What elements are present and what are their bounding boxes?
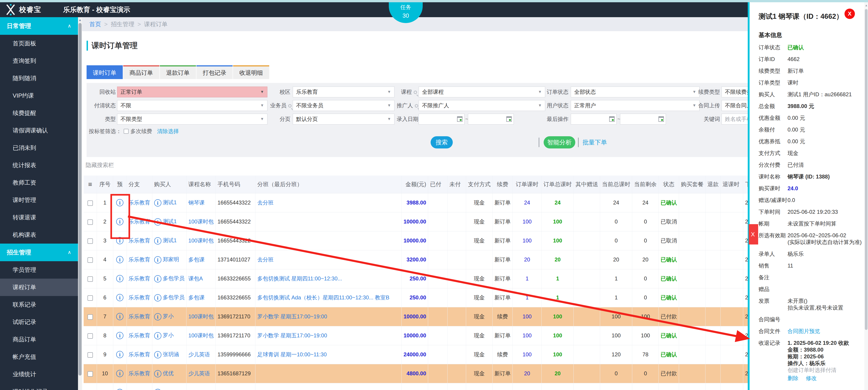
panel-side-close-tab[interactable]: X <box>749 224 758 245</box>
cell-link[interactable]: 罗小数学 星期五17:00~19:00 <box>257 314 327 320</box>
info-icon[interactable]: i <box>116 370 123 377</box>
buyer-link[interactable]: 张玥涵 <box>161 351 179 357</box>
buyer-link[interactable]: 多包学员 <box>161 275 185 281</box>
row-checkbox[interactable] <box>88 371 93 377</box>
sidebar-item[interactable]: 机构课表 <box>0 226 78 243</box>
cell-link[interactable]: 100课时包 <box>188 219 214 225</box>
user-info-icon[interactable]: i <box>154 237 161 245</box>
info-icon[interactable]: i <box>116 256 123 263</box>
info-icon[interactable]: i <box>116 237 123 244</box>
user-info-icon[interactable]: i <box>154 389 161 390</box>
cell-link[interactable]: 乐乐教育 <box>129 332 150 338</box>
row-checkbox[interactable] <box>88 277 93 282</box>
cell-link[interactable]: 少儿英语 <box>188 351 210 357</box>
sidebar-scrollbar[interactable]: ▲ <box>78 17 82 390</box>
smart-analysis-button[interactable]: 智能分析 <box>544 136 575 149</box>
sidebar-item[interactable]: 首页面板 <box>0 35 78 52</box>
clear-selection-link[interactable]: 清除选择 <box>157 128 179 135</box>
filter-select-校区[interactable]: 乐乐教育▼ <box>293 87 395 97</box>
info-icon[interactable]: i <box>116 351 123 358</box>
buyer-link[interactable]: 优优 <box>161 370 174 376</box>
info-icon[interactable]: i <box>116 199 123 206</box>
panel-scrollbar[interactable]: ▲ <box>864 2 868 390</box>
filter-select-课程[interactable]: 全部课程▼ <box>418 87 545 97</box>
sidebar-item[interactable]: 随到随消 <box>0 70 78 87</box>
row-checkbox[interactable] <box>88 352 93 358</box>
cell-link[interactable]: 去分班 <box>257 199 274 206</box>
sidebar-item[interactable]: 教师工资 <box>0 174 78 191</box>
buyer-link[interactable]: 罗小 <box>161 313 174 319</box>
date-input[interactable] <box>571 113 617 125</box>
cell-link[interactable]: 少儿英语 <box>188 370 210 377</box>
cell-link[interactable]: 多包切换测试 星期四11:00~12:30... <box>257 275 342 282</box>
sidebar-item[interactable]: 帐户充值 <box>0 348 78 366</box>
row-checkbox[interactable] <box>88 314 93 320</box>
date-input[interactable] <box>418 113 465 125</box>
info-icon[interactable]: i <box>116 294 123 301</box>
row-checkbox[interactable] <box>88 295 93 301</box>
sidebar-item[interactable]: 已消未到 <box>0 139 78 157</box>
sidebar-item[interactable]: 课时操作记录 <box>0 383 78 390</box>
sidebar-item[interactable]: 业绩统计 <box>0 366 78 383</box>
breadcrumb-home[interactable]: 首页 <box>89 20 101 28</box>
cell-link[interactable]: 乐乐教育 <box>129 294 150 300</box>
cell-link[interactable]: 乐乐教育 <box>129 219 150 225</box>
filter-select-推广人[interactable]: 不限推广人▼ <box>418 100 545 111</box>
user-info-icon[interactable]: i <box>154 256 161 263</box>
user-info-icon[interactable]: i <box>154 351 161 358</box>
tab-打包记录[interactable]: 打包记录 <box>196 65 232 79</box>
filter-select-用户状态[interactable]: 正常用户▼ <box>571 100 700 111</box>
sidebar-item[interactable]: 查询签到 <box>0 52 78 70</box>
row-checkbox[interactable] <box>88 219 93 225</box>
row-checkbox[interactable] <box>88 257 93 263</box>
tab-课时订单[interactable]: 课时订单 <box>87 65 123 79</box>
row-checkbox[interactable] <box>88 238 93 244</box>
sidebar-item[interactable]: 联系记录 <box>0 296 78 314</box>
info-icon[interactable]: i <box>116 313 123 320</box>
hide-search-bar-link[interactable]: 隐藏搜索栏 <box>86 161 114 169</box>
date-input[interactable] <box>620 113 666 125</box>
sidebar-item[interactable]: 转课退课 <box>0 209 78 226</box>
info-icon[interactable]: i <box>116 218 123 225</box>
sidebar-item[interactable]: 请假调课确认 <box>0 122 78 139</box>
cell-link[interactable]: 100课时包 <box>188 237 214 243</box>
filter-select-类型[interactable]: 不限类型▼ <box>117 113 268 125</box>
sidebar-scrollbar-thumb[interactable] <box>79 23 82 376</box>
search-button[interactable]: 搜索 <box>431 136 453 149</box>
filter-select-分页[interactable]: 默认分页▼ <box>293 113 395 125</box>
cell-link[interactable]: 乐乐教育 <box>129 256 150 263</box>
info-icon[interactable]: i <box>116 332 123 339</box>
filter-select-付清状态[interactable]: 不限▼ <box>117 100 268 111</box>
cell-link[interactable]: 罗小数学 星期五17:00~19:00 <box>257 332 327 338</box>
tab-退款订单[interactable]: 退款订单 <box>160 65 196 79</box>
cell-link[interactable]: 乐乐教育 <box>129 237 150 243</box>
buyer-link[interactable]: 郑家明 <box>161 256 179 262</box>
info-icon[interactable]: i <box>116 389 123 390</box>
buyer-link[interactable]: 多包学员 <box>161 294 185 300</box>
cell-link[interactable]: 钢琴课 <box>188 199 205 206</box>
row-checkbox[interactable] <box>88 333 93 339</box>
sidebar-item[interactable]: 试听记录 <box>0 314 78 331</box>
sidebar-group-header[interactable]: 招生管理∧ <box>0 243 78 261</box>
modify-link[interactable]: 修改 <box>806 375 817 381</box>
filter-select-订单状态[interactable]: 全部状态▼ <box>571 87 700 97</box>
tag-checkbox[interactable] <box>124 129 129 134</box>
panel-scrollbar-thumb[interactable] <box>865 9 868 330</box>
sidebar-item[interactable]: 课程订单 <box>0 279 78 296</box>
cell-link[interactable]: 100课时包 <box>188 314 214 320</box>
sidebar-item[interactable]: 学员管理 <box>0 261 78 279</box>
tab-商品订单[interactable]: 商品订单 <box>123 65 159 79</box>
cell-link[interactable]: 去分班 <box>257 256 274 263</box>
tab-收退明细[interactable]: 收退明细 <box>233 65 269 79</box>
cell-link[interactable]: 乐乐教育 <box>129 199 150 206</box>
buyer-link[interactable]: 测试1 <box>161 218 177 224</box>
sidebar-item[interactable]: 课时管理 <box>0 191 78 209</box>
cell-link[interactable]: 100课时包 <box>188 332 214 338</box>
batch-order-link[interactable]: 批量下单 <box>583 136 607 149</box>
cell-link[interactable]: 乐乐教育 <box>129 275 150 282</box>
user-info-icon[interactable]: i <box>154 218 161 226</box>
user-info-icon[interactable]: i <box>154 313 161 320</box>
cell-link[interactable]: 乐乐教育 <box>129 314 150 320</box>
user-info-icon[interactable]: i <box>154 199 161 206</box>
field-value[interactable]: 合同图片预览 <box>787 328 863 335</box>
